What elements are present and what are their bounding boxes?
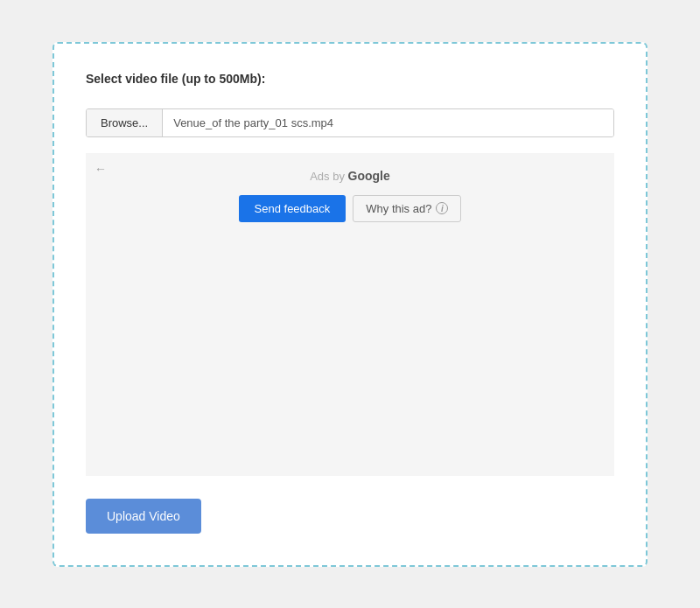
upload-video-button[interactable]: Upload Video	[86, 499, 201, 534]
file-size-bold: up to 500Mb	[186, 72, 257, 86]
send-feedback-button[interactable]: Send feedback	[239, 195, 346, 222]
file-input-row: Browse... Venue_of the party_01 scs.mp4	[86, 108, 614, 137]
file-label: Select video file (up to 500Mb):	[86, 72, 614, 86]
info-icon: i	[436, 202, 448, 214]
google-brand-text: Google	[348, 169, 390, 183]
main-container: Select video file (up to 500Mb): Browse.…	[52, 42, 648, 567]
ads-by-google-label: Ads by Google	[100, 169, 600, 183]
browse-button[interactable]: Browse...	[87, 109, 163, 136]
ad-buttons-row: Send feedback Why this ad? i	[100, 195, 600, 222]
why-this-ad-button[interactable]: Why this ad? i	[353, 195, 461, 222]
file-name-display: Venue_of the party_01 scs.mp4	[163, 109, 613, 136]
back-arrow-icon[interactable]: ←	[94, 162, 107, 176]
ad-container: ← Ads by Google Send feedback Why this a…	[86, 153, 614, 476]
why-this-ad-label: Why this ad?	[366, 202, 431, 215]
ads-by-text: Ads by	[310, 170, 345, 183]
